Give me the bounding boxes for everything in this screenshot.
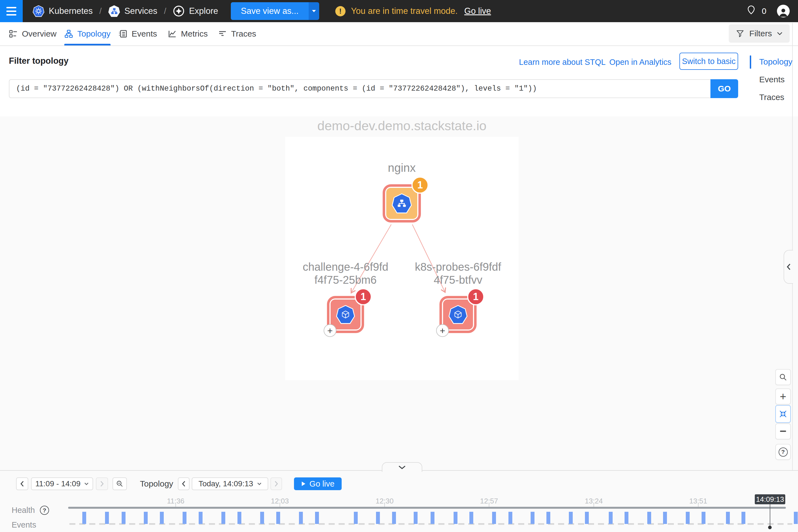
events-track[interactable] <box>0 471 798 532</box>
stackstate-app: Kubernetes / Services / Explore Save vie… <box>0 0 798 532</box>
event-bar <box>686 512 690 524</box>
switch-to-basic-button[interactable]: Switch to basic <box>679 53 738 70</box>
filter-funnel-icon <box>736 30 744 38</box>
timeline-cursor-line <box>770 504 770 527</box>
event-bar <box>299 512 303 524</box>
event-bar <box>238 512 241 524</box>
event-bar <box>144 512 148 524</box>
timeline-cursor-flag[interactable]: 14:09:13 <box>755 494 785 504</box>
zoom-in-button[interactable]: + <box>775 388 791 404</box>
event-bar <box>454 512 457 524</box>
breadcrumb-label: Services <box>125 6 157 16</box>
topbar-actions: 0 <box>746 5 790 17</box>
pin-icon[interactable] <box>746 5 756 17</box>
fit-to-screen-button[interactable] <box>775 405 791 423</box>
hamburger-menu-button[interactable] <box>0 0 23 22</box>
user-avatar[interactable] <box>777 5 790 17</box>
breadcrumb: Kubernetes / Services / Explore <box>33 5 218 17</box>
tab-label: Metrics <box>181 29 208 39</box>
rail-item-topology[interactable]: Topology <box>759 57 793 66</box>
breadcrumb-separator: / <box>164 6 166 16</box>
event-bar <box>492 512 496 524</box>
tab-label: Traces <box>231 29 256 39</box>
label-line-1: k8s-probes-6f9fdf <box>384 261 532 273</box>
go-live-link[interactable]: Go live <box>464 6 491 16</box>
expand-node-button[interactable]: + <box>436 324 449 337</box>
event-bar <box>741 512 745 524</box>
services-icon <box>108 5 120 17</box>
minus-icon <box>780 431 786 432</box>
tab-overview[interactable]: Overview <box>9 22 57 45</box>
breadcrumb-separator: / <box>99 6 102 16</box>
filter-panel-title: Filter topology <box>9 56 69 66</box>
warning-text: You are in time travel mode. <box>351 6 458 16</box>
kubernetes-icon <box>33 5 44 17</box>
filters-label: Filters <box>749 29 772 38</box>
metrics-icon <box>168 30 177 38</box>
event-bar <box>702 512 705 524</box>
rail-item-traces[interactable]: Traces <box>759 93 784 102</box>
right-panel-divider <box>792 23 793 470</box>
event-bar <box>354 512 358 524</box>
search-icon <box>779 373 787 381</box>
breadcrumb-explore[interactable]: Explore <box>173 5 218 17</box>
canvas-search-button[interactable] <box>775 369 791 385</box>
zoom-out-button[interactable] <box>775 423 791 439</box>
tab-label: Events <box>132 29 157 39</box>
tab-label: Overview <box>22 29 57 39</box>
expand-node-button[interactable]: + <box>324 324 336 337</box>
caret-down-icon <box>312 10 316 13</box>
tab-label: Topology <box>77 29 111 39</box>
critical-count-badge: 1 <box>355 288 372 305</box>
event-bar <box>794 512 798 524</box>
breadcrumb-label: Kubernetes <box>49 6 93 16</box>
go-button[interactable]: GO <box>710 79 738 98</box>
chevron-left-icon <box>786 264 791 270</box>
event-bar <box>276 512 280 524</box>
tab-events[interactable]: Events <box>119 22 157 45</box>
help-button[interactable]: ? <box>775 444 791 460</box>
event-bar <box>122 512 126 524</box>
tab-traces[interactable]: Traces <box>218 22 256 45</box>
warning-icon: ! <box>335 6 345 16</box>
node-label-probes: k8s-probes-6f9fdf 4f75-btfvv <box>384 261 532 286</box>
breadcrumb-services[interactable]: Services <box>108 5 157 17</box>
save-view-dropdown-button[interactable] <box>309 2 319 20</box>
critical-count-badge: 1 <box>467 288 484 305</box>
deviating-count-badge: 1 <box>412 176 429 194</box>
question-icon: ? <box>779 448 788 457</box>
view-tab-bar: Overview Topology Events Metrics Traces … <box>0 22 798 46</box>
pin-count: 0 <box>762 6 766 16</box>
timeline-cursor-dot <box>768 526 772 529</box>
node-nginx[interactable]: 1 <box>383 184 421 223</box>
event-bar <box>546 512 550 524</box>
explore-compass-icon <box>173 5 185 17</box>
save-view-split-button: Save view as... <box>231 2 319 20</box>
node-probes-pod[interactable]: 1 + <box>439 296 477 333</box>
rail-active-indicator <box>750 55 751 69</box>
event-bar <box>609 512 613 524</box>
event-bar <box>105 512 109 524</box>
filters-button[interactable]: Filters <box>729 24 790 43</box>
chevron-down-icon <box>398 466 406 469</box>
learn-stql-link[interactable]: Learn more about STQL <box>519 58 606 67</box>
node-label-nginx: nginx <box>346 161 457 174</box>
rail-item-events[interactable]: Events <box>759 75 785 84</box>
collapse-timeline-tab[interactable] <box>382 462 422 472</box>
tab-metrics[interactable]: Metrics <box>168 22 208 45</box>
open-analytics-link[interactable]: Open in Analytics <box>609 58 671 67</box>
breadcrumb-kubernetes[interactable]: Kubernetes <box>33 5 93 17</box>
event-bar <box>222 512 225 524</box>
event-bar <box>726 512 730 524</box>
save-view-button[interactable]: Save view as... <box>231 2 308 20</box>
node-challenge-pod[interactable]: 1 + <box>327 296 364 333</box>
expand-right-panel-tab[interactable] <box>784 250 793 284</box>
stql-query-input[interactable] <box>9 79 710 98</box>
event-bar <box>531 512 534 524</box>
event-bar <box>585 512 589 524</box>
time-travel-warning: ! You are in time travel mode. Go live <box>335 6 491 16</box>
event-bar <box>315 512 319 524</box>
events-icon <box>119 30 128 38</box>
event-bar <box>376 512 380 524</box>
tab-topology[interactable]: Topology <box>64 22 111 45</box>
